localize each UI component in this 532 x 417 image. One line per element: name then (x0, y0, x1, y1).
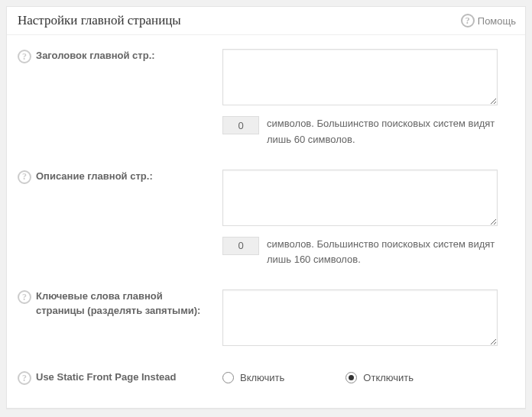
radio-option-disable[interactable]: Отключить (345, 372, 414, 383)
hint-text: символов. Большинство поисковых систем в… (267, 116, 505, 148)
label-col: ? Use Static Front Page Instead (18, 370, 222, 385)
radio-label: Включить (240, 372, 284, 383)
row-homepage-keywords: ? Ключевые слова главной страницы (разде… (18, 289, 514, 349)
field-label: Описание главной стр.: (36, 170, 162, 184)
label-col: ? Ключевые слова главной страницы (разде… (18, 289, 222, 318)
field-label: Use Static Front Page Instead (36, 370, 186, 385)
panel-title: Настройки главной страницы (18, 13, 181, 28)
row-homepage-description: ? Описание главной стр.: символов. Больш… (18, 170, 514, 269)
hint-text: символов. Большинство поисковых систем в… (267, 237, 505, 269)
panel-body: ? Заголовок главной стр.: символов. Боль… (7, 35, 525, 408)
input-col (222, 289, 514, 349)
input-col: Включить Отключить (222, 370, 514, 383)
help-button[interactable]: ? Помощь (461, 14, 516, 27)
help-icon[interactable]: ? (18, 290, 31, 304)
homepage-title-input[interactable] (222, 49, 498, 105)
field-label: Заголовок главной стр.: (36, 49, 164, 63)
row-static-front-page: ? Use Static Front Page Instead Включить… (18, 370, 514, 385)
settings-panel: Настройки главной страницы ? Помощь ? За… (6, 6, 526, 409)
radio-label: Отключить (363, 372, 414, 383)
hint-row: символов. Большинство поисковых систем в… (222, 116, 505, 148)
help-label: Помощь (478, 15, 516, 27)
hint-row: символов. Большинство поисковых систем в… (222, 237, 505, 269)
input-col: символов. Большинство поисковых систем в… (222, 170, 514, 269)
radio-option-enable[interactable]: Включить (222, 372, 284, 383)
label-col: ? Описание главной стр.: (18, 170, 222, 184)
panel-header: Настройки главной страницы ? Помощь (7, 7, 525, 35)
help-icon: ? (461, 14, 475, 27)
homepage-keywords-input[interactable] (222, 289, 498, 346)
input-col: символов. Большинство поисковых систем в… (222, 49, 514, 148)
label-col: ? Заголовок главной стр.: (18, 49, 222, 63)
radio-group: Включить Отключить (222, 370, 514, 383)
homepage-description-input[interactable] (222, 170, 498, 226)
row-homepage-title: ? Заголовок главной стр.: символов. Боль… (18, 49, 514, 148)
char-count (222, 237, 259, 255)
help-icon[interactable]: ? (18, 170, 31, 184)
field-label: Ключевые слова главной страницы (разделя… (36, 289, 222, 318)
radio-icon (345, 372, 357, 383)
radio-icon (222, 372, 234, 383)
help-icon[interactable]: ? (18, 371, 31, 385)
char-count (222, 116, 259, 134)
help-icon[interactable]: ? (18, 50, 31, 63)
